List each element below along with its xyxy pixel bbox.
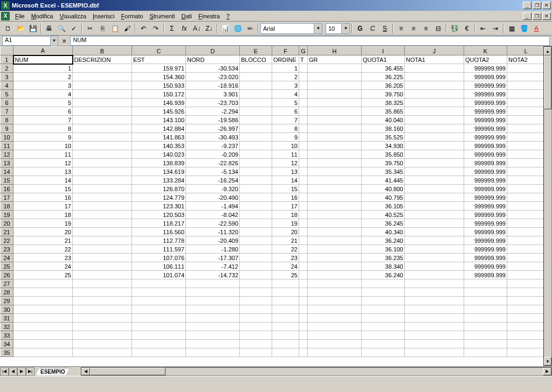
cell[interactable] — [464, 323, 507, 331]
cell[interactable] — [507, 133, 545, 142]
cell[interactable]: 22 — [13, 245, 73, 254]
cell[interactable] — [507, 305, 545, 314]
cell[interactable]: -14.732 — [186, 271, 240, 279]
font-combo[interactable]: Arial — [260, 23, 314, 34]
cell[interactable] — [13, 305, 73, 314]
cell[interactable] — [186, 323, 240, 331]
fontsize-dropdown-icon[interactable]: ▼ — [342, 23, 350, 34]
col-header-B[interactable]: B — [73, 47, 132, 55]
cell[interactable] — [507, 167, 545, 176]
cell[interactable]: -5.134 — [186, 167, 240, 176]
cell[interactable]: 36.235 — [362, 254, 405, 262]
cell[interactable]: 999999.999 — [464, 236, 507, 245]
cell[interactable]: 40.795 — [362, 193, 405, 202]
doc-minimize-button[interactable]: _ — [523, 12, 532, 20]
cell[interactable]: 116.560 — [132, 228, 186, 236]
chart-icon[interactable]: 📊 — [219, 23, 231, 34]
cell[interactable]: 999999.999 — [464, 99, 507, 107]
cell[interactable] — [73, 271, 132, 279]
cell[interactable] — [272, 348, 299, 357]
scroll-left-icon[interactable]: ◀ — [81, 368, 90, 375]
cell[interactable]: -22.590 — [186, 219, 240, 228]
v-scroll-thumb[interactable] — [544, 55, 551, 109]
cell[interactable]: -17.307 — [186, 254, 240, 262]
cell[interactable] — [73, 81, 132, 90]
cell[interactable] — [405, 90, 464, 99]
cell[interactable] — [299, 271, 308, 279]
row-header[interactable]: 10 — [1, 133, 13, 142]
cell[interactable]: -20.490 — [186, 193, 240, 202]
align-center-icon[interactable]: ≡ — [408, 23, 419, 34]
cell[interactable] — [240, 323, 272, 331]
cell[interactable]: 999999.999 — [464, 116, 507, 124]
cell[interactable] — [405, 288, 464, 297]
cell[interactable] — [240, 236, 272, 245]
cell[interactable] — [73, 331, 132, 340]
cell[interactable]: QUOTA1 — [362, 55, 405, 64]
cell[interactable] — [299, 116, 308, 124]
cell[interactable] — [308, 348, 362, 357]
cell[interactable]: 999999.999 — [464, 228, 507, 236]
cell[interactable] — [240, 193, 272, 202]
cell[interactable]: 36.100 — [362, 245, 405, 254]
euro-icon[interactable]: € — [461, 23, 473, 34]
cell[interactable]: 9 — [13, 133, 73, 142]
cell[interactable] — [240, 202, 272, 211]
cell[interactable]: 134.619 — [132, 167, 186, 176]
cell[interactable] — [132, 279, 186, 288]
cell[interactable] — [507, 159, 545, 167]
cell[interactable] — [240, 348, 272, 357]
cell[interactable]: 23 — [13, 254, 73, 262]
cell[interactable]: -0.209 — [186, 150, 240, 159]
decrease-indent-icon[interactable]: ⇤ — [477, 23, 489, 34]
cell[interactable]: -30.493 — [186, 133, 240, 142]
cell[interactable] — [507, 262, 545, 271]
first-sheet-icon[interactable]: |◀ — [0, 367, 9, 376]
cell[interactable] — [240, 90, 272, 99]
cell[interactable]: 35.345 — [362, 167, 405, 176]
row-header[interactable]: 15 — [1, 176, 13, 185]
cell[interactable] — [507, 323, 545, 331]
cell[interactable] — [272, 331, 299, 340]
cell[interactable] — [13, 340, 73, 348]
cell[interactable] — [464, 314, 507, 323]
cell[interactable]: 999999.999 — [464, 73, 507, 81]
cell[interactable] — [132, 297, 186, 305]
cell[interactable]: 111.597 — [132, 245, 186, 254]
cell[interactable]: -11.320 — [186, 228, 240, 236]
cell[interactable]: T — [299, 55, 308, 64]
bold-button[interactable]: G — [354, 23, 366, 34]
cell[interactable]: 36.245 — [362, 219, 405, 228]
sheet-tab[interactable]: ESEMPIO — [36, 368, 70, 375]
cell[interactable] — [507, 73, 545, 81]
cell[interactable] — [507, 271, 545, 279]
cell[interactable] — [73, 314, 132, 323]
next-sheet-icon[interactable]: ▶ — [17, 367, 26, 376]
cell[interactable] — [240, 133, 272, 142]
row-header[interactable]: 35 — [1, 348, 13, 357]
row-header[interactable]: 14 — [1, 167, 13, 176]
cell[interactable]: 999999.999 — [464, 219, 507, 228]
cell[interactable]: -22.826 — [186, 159, 240, 167]
cell[interactable] — [308, 167, 362, 176]
cell[interactable] — [507, 64, 545, 73]
cell[interactable] — [299, 323, 308, 331]
autosum-icon[interactable]: Σ — [166, 23, 178, 34]
cell[interactable] — [507, 340, 545, 348]
menu-dati[interactable]: Dati — [178, 12, 195, 20]
cell[interactable]: 146.939 — [132, 99, 186, 107]
cell[interactable]: QUOTA2 — [464, 55, 507, 64]
cell[interactable] — [507, 116, 545, 124]
cell[interactable]: 120.503 — [132, 211, 186, 219]
cell[interactable]: 12 — [13, 159, 73, 167]
cell[interactable]: 4 — [272, 90, 299, 99]
cell[interactable] — [240, 262, 272, 271]
cell[interactable] — [308, 219, 362, 228]
row-header[interactable]: 25 — [1, 262, 13, 271]
cell[interactable] — [405, 219, 464, 228]
cell[interactable]: 13 — [272, 167, 299, 176]
cell[interactable] — [405, 185, 464, 193]
cell[interactable]: -26.997 — [186, 124, 240, 133]
cell[interactable] — [405, 150, 464, 159]
cell[interactable] — [299, 73, 308, 81]
